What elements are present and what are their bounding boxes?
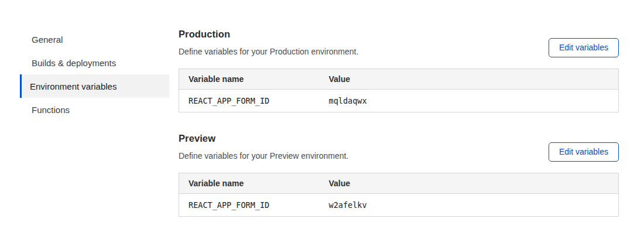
sidebar-item-builds-deployments[interactable]: Builds & deployments bbox=[20, 51, 169, 74]
preview-section: Preview Define variables for your Previe… bbox=[179, 132, 619, 217]
variable-name-cell: REACT_APP_FORM_ID bbox=[179, 194, 320, 217]
sidebar-item-functions[interactable]: Functions bbox=[20, 98, 169, 121]
production-edit-variables-button[interactable]: Edit variables bbox=[549, 38, 619, 57]
sidebar-item-label: Environment variables bbox=[30, 81, 117, 91]
sidebar-item-environment-variables[interactable]: Environment variables bbox=[20, 74, 169, 98]
sidebar-item-general[interactable]: General bbox=[20, 28, 169, 51]
environment-variables-content: Production Define variables for your Pro… bbox=[179, 28, 619, 217]
variable-value-cell: mqldaqwx bbox=[320, 90, 619, 112]
column-header-value: Value bbox=[320, 173, 619, 194]
settings-sidebar: General Builds & deployments Environment… bbox=[20, 28, 169, 121]
column-header-variable-name: Variable name bbox=[179, 69, 320, 90]
preview-variables-table: Variable name Value REACT_APP_FORM_ID w2… bbox=[179, 173, 619, 217]
sidebar-item-label: General bbox=[32, 35, 63, 45]
settings-page: General Builds & deployments Environment… bbox=[0, 0, 644, 246]
sidebar-item-label: Builds & deployments bbox=[32, 58, 116, 68]
sidebar-item-label: Functions bbox=[32, 105, 70, 115]
production-section: Production Define variables for your Pro… bbox=[179, 28, 619, 112]
production-variables-table: Variable name Value REACT_APP_FORM_ID mq… bbox=[179, 69, 619, 112]
variable-value-cell: w2afelkv bbox=[320, 194, 619, 217]
preview-edit-variables-button[interactable]: Edit variables bbox=[549, 142, 619, 162]
column-header-variable-name: Variable name bbox=[179, 173, 320, 194]
table-row: REACT_APP_FORM_ID w2afelkv bbox=[179, 194, 619, 217]
table-header-row: Variable name Value bbox=[179, 69, 619, 90]
table-header-row: Variable name Value bbox=[179, 173, 619, 194]
table-row: REACT_APP_FORM_ID mqldaqwx bbox=[179, 90, 619, 112]
column-header-value: Value bbox=[320, 69, 619, 90]
variable-name-cell: REACT_APP_FORM_ID bbox=[179, 90, 320, 112]
